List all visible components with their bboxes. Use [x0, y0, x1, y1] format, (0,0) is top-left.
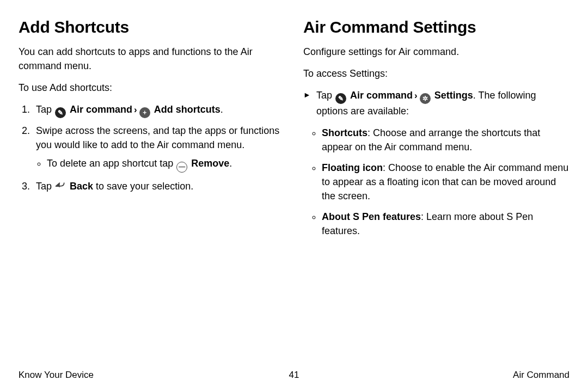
left-column: Add Shortcuts You can add shortcuts to a…	[19, 15, 285, 244]
step1-aircmd-label: Air command	[70, 104, 132, 115]
play-arrow-icon: ►	[303, 89, 311, 100]
step1-period: .	[220, 104, 223, 115]
step-1: Tap ✎ Air command›+ Add shortcuts.	[33, 102, 285, 118]
plus-icon: +	[139, 107, 150, 118]
settings-label: Settings	[434, 90, 473, 101]
heading-add-shortcuts: Add Shortcuts	[19, 15, 285, 39]
step2-sub: To delete an app shortcut tap — Remove.	[47, 156, 285, 173]
step2-sublist: To delete an app shortcut tap — Remove.	[36, 156, 285, 173]
footer-right: Air Command	[513, 369, 569, 382]
footer-page-number: 41	[289, 369, 299, 382]
step3-bold: Back	[70, 181, 93, 192]
opt2-bold: Floating icon	[322, 162, 383, 173]
back-icon	[55, 181, 66, 195]
intro-add-shortcuts: You can add shortcuts to apps and functi…	[19, 45, 285, 73]
step1-prefix: Tap	[36, 104, 54, 115]
chevron-icon: ›	[134, 105, 137, 115]
option-shortcuts: Shortcuts: Choose and arrange the shortc…	[322, 126, 569, 154]
settings-options: Shortcuts: Choose and arrange the shortc…	[316, 126, 569, 238]
pen-icon: ✎	[55, 107, 66, 118]
step2-sub-prefix: To delete an app shortcut tap	[47, 158, 176, 169]
step2-sub-period: .	[229, 158, 232, 169]
steps-list: Tap ✎ Air command›+ Add shortcuts. Swipe…	[19, 102, 285, 195]
step3-suffix: to save your selection.	[93, 181, 193, 192]
lead-aircmd-settings: To access Settings:	[303, 66, 569, 81]
lead-add-shortcuts: To use Add shortcuts:	[19, 81, 285, 95]
tap-prefix: Tap	[316, 90, 335, 101]
step1-addshort-label: Add shortcuts	[154, 104, 220, 115]
step3-prefix: Tap	[36, 181, 54, 192]
intro-aircmd-settings: Configure settings for Air command.	[303, 45, 569, 59]
option-about-spen: About S Pen features: Learn more about S…	[322, 210, 569, 238]
opt1-bold: Shortcuts	[322, 127, 367, 138]
step-2: Swipe across the screens, and tap the ap…	[33, 124, 285, 173]
settings-arrowlist: ► Tap ✎ Air command›✲ Settings. The foll…	[303, 88, 569, 238]
option-floating-icon: Floating icon: Choose to enable the Air …	[322, 161, 569, 203]
aircmd-label: Air command	[350, 90, 413, 101]
gear-icon: ✲	[420, 93, 431, 104]
step2-text: Swipe across the screens, and tap the ap…	[36, 125, 279, 150]
right-column: Air Command Settings Configure settings …	[303, 15, 569, 244]
pen-icon: ✎	[335, 93, 346, 104]
page-footer: Know Your Device 41 Air Command	[0, 369, 588, 382]
heading-aircmd-settings: Air Command Settings	[303, 15, 569, 39]
chevron-icon: ›	[414, 90, 418, 101]
step-3: Tap Back to save your selection.	[33, 179, 285, 195]
step2-sub-bold: Remove	[191, 158, 229, 169]
remove-icon: —	[176, 162, 187, 173]
footer-left: Know Your Device	[19, 369, 94, 382]
settings-arrow-item: ► Tap ✎ Air command›✲ Settings. The foll…	[316, 88, 569, 238]
opt3-bold: About S Pen features	[322, 211, 421, 222]
